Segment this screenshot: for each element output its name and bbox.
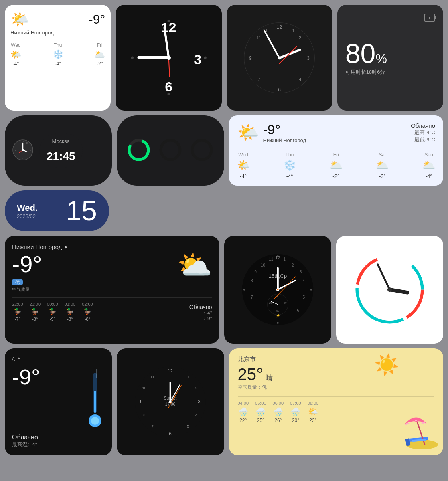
svg-text:9: 9 — [249, 55, 252, 61]
svg-text:6: 6 — [22, 157, 24, 160]
date-day: 15 — [66, 197, 97, 225]
weather-icon-main: 🌤️ — [10, 10, 29, 28]
date-pill-widget: Wed. 2023/02 15 — [5, 190, 109, 231]
battery-subtitle: 可用时长18时6分 — [345, 69, 385, 76]
svg-point-79 — [387, 287, 392, 292]
color-ring-clock-svg — [353, 253, 427, 327]
dark-analog-clock-svg: 10 11 12 1 2 3 4 5 6 9 8 7 15th,Cp 20 40… — [241, 253, 315, 327]
svg-text:2: 2 — [195, 386, 197, 390]
weather-icon-wide: 🌤️ — [237, 122, 259, 143]
svg-point-33 — [22, 149, 24, 151]
sunny-air: 空气质量：优 — [238, 384, 435, 391]
svg-text:3: 3 — [30, 149, 31, 152]
wide-condition: Облачно — [411, 122, 435, 129]
weather-detail-widget: Нижний Новгород ➤ -9° 优 空气质量 ⛅ 22:00 🦆 -… — [5, 236, 219, 343]
thermo-max: 最高温: -4° — [12, 441, 105, 448]
thermometer-visual — [87, 369, 103, 435]
svg-text:8: 8 — [144, 413, 146, 417]
clock-city: Москва — [52, 138, 70, 144]
hourly-item-5: 02:00 🦆 -8° — [82, 302, 93, 321]
svg-text:11: 11 — [150, 375, 154, 379]
svg-point-83 — [91, 417, 99, 425]
svg-text:3: 3 — [198, 399, 201, 404]
air-label: 空气质量 — [12, 287, 42, 293]
svg-text:80: 80 — [276, 309, 280, 312]
temp-down: ↓-9° — [203, 316, 212, 321]
svg-text:5: 5 — [187, 424, 189, 428]
ring-2 — [159, 138, 182, 163]
svg-text:6: 6 — [169, 431, 172, 436]
wide-temp: -9° — [263, 122, 306, 137]
thermo-condition: Облачно — [12, 434, 105, 441]
svg-text:12: 12 — [161, 20, 176, 35]
city-time-display: Москва 21:45 — [39, 133, 83, 168]
sunset-clock-svg: 12 3 6 9 1 2 4 5 7 8 10 11 Sunset 17:06 — [133, 365, 207, 439]
svg-point-3 — [204, 57, 206, 59]
weather-small-widget: 🌤️ -9° Нижний Новгород Wed 🌤️ -4° Thu ❄️… — [5, 5, 111, 111]
svg-point-25 — [278, 56, 281, 59]
svg-text:1: 1 — [283, 257, 286, 262]
svg-text:4: 4 — [195, 413, 197, 417]
svg-point-45 — [310, 289, 312, 291]
svg-point-2 — [131, 57, 133, 59]
hourly-summary: Облачно ↑-4° ↓-9° — [189, 304, 212, 321]
wide-city: Нижний Новгород — [263, 137, 306, 143]
temp-up: ↑-4° — [203, 310, 212, 316]
digital-clock-svg: 12 3 6 — [126, 15, 211, 100]
ring-1 — [127, 138, 150, 163]
sunny-hour-1: 04:00 🌧️ 22° — [238, 401, 249, 423]
thermo-bottom: Облачно 最高温: -4° — [12, 434, 105, 448]
fc-col-fri: Fri 🌥️ -2° — [330, 152, 343, 179]
weather-wide-widget: 🌤️ -9° Нижний Новгород Облачно 最高-4°C 最低… — [229, 115, 444, 186]
hourly-item-2: 23:00 🦆 -8° — [30, 302, 41, 321]
color-ring-clock-widget — [336, 236, 443, 343]
svg-text:3: 3 — [194, 52, 201, 67]
svg-point-47 — [243, 289, 245, 291]
svg-text:1: 1 — [187, 375, 189, 379]
beach-decoration — [396, 406, 440, 452]
battery-display: 80 % — [345, 40, 387, 67]
hourly-item-4: 01:00 🦆 -8° — [65, 302, 76, 321]
svg-text:5: 5 — [302, 295, 305, 299]
svg-text:12: 12 — [22, 140, 24, 143]
fc-col-wed: Wed 🌤️ -4° — [237, 152, 250, 179]
analog-clock-svg: 12 3 6 9 2 4 7 11 1 11 — [242, 21, 316, 95]
ring-3 — [190, 138, 213, 163]
sunny-hour-5: 08:00 🌤️ 23° — [308, 401, 319, 423]
thermo-nav-icon: ➤ — [17, 356, 20, 360]
navigation-icon: ➤ — [64, 244, 68, 250]
day-label-wed: Wed — [11, 42, 20, 48]
svg-text:3: 3 — [307, 55, 310, 61]
svg-text:6: 6 — [297, 308, 299, 313]
svg-point-107 — [169, 400, 172, 403]
svg-text:12: 12 — [275, 255, 280, 260]
mini-analog-clock: 12 3 6 9 15 — [12, 139, 34, 162]
condition-summary: Облачно — [189, 304, 212, 310]
forecast-day-fri: Fri 🌥️ -2° — [94, 42, 105, 67]
battery-percent: 80 — [345, 40, 376, 67]
svg-rect-81 — [94, 391, 96, 413]
main-temperature: -9° — [89, 12, 105, 27]
svg-line-9 — [168, 58, 169, 77]
cloud-3d-icon: ⛅ — [177, 249, 212, 281]
svg-rect-27 — [435, 16, 436, 19]
clock-pill-widget: 12 3 6 9 15 Москва 21:45 — [5, 115, 112, 186]
sunny-city: 北京市 — [238, 356, 435, 363]
battery-icon: + — [423, 10, 438, 26]
hourly-item-1: 22:00 🦆 -7° — [12, 302, 23, 321]
svg-text:6: 6 — [165, 79, 172, 95]
hourly-item-3: 00:00 🦆 -9° — [47, 302, 58, 321]
svg-text:8: 8 — [251, 279, 253, 283]
svg-text:9: 9 — [15, 149, 16, 152]
fc-col-sat: Sat 🌥️ -3° — [376, 152, 389, 179]
dark-clock-date-widget: 10 11 12 1 2 3 4 5 6 9 8 7 15th,Cp 20 40… — [224, 236, 331, 343]
digital-clock-widget: 12 3 6 — [116, 5, 221, 111]
date-weekday: Wed. — [17, 203, 38, 213]
svg-text:11: 11 — [269, 257, 274, 262]
fc-col-thu: Thu ❄️ -4° — [283, 152, 296, 179]
svg-text:4: 4 — [302, 279, 305, 283]
svg-text:⚡: ⚡ — [275, 313, 280, 318]
clock-time: 21:45 — [47, 150, 75, 163]
rings-widget — [117, 115, 224, 186]
day-temp-thu: -4° — [55, 61, 61, 67]
